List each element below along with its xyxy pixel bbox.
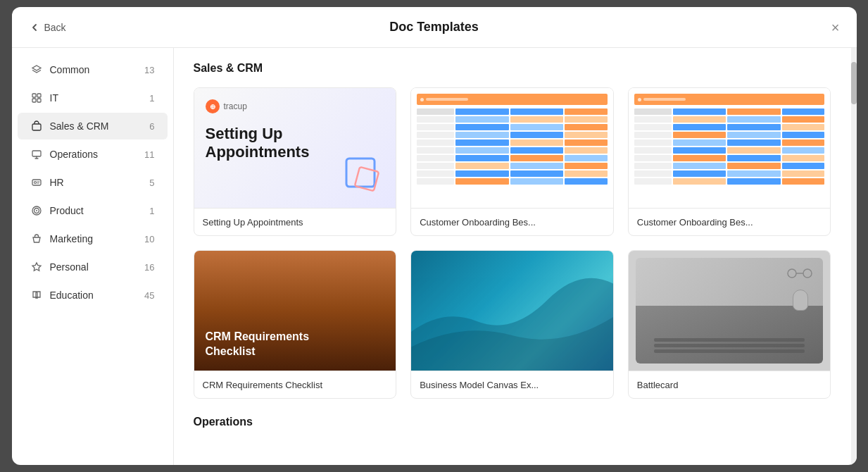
template-info-battlecard: Battlecard: [629, 371, 831, 398]
sidebar-item-it-label: IT: [50, 92, 143, 104]
template-thumb-onboarding-1: [411, 88, 613, 208]
sidebar-item-education-count: 45: [144, 290, 154, 301]
sidebar-item-operations[interactable]: Operations 11: [18, 141, 168, 168]
sidebar-item-operations-count: 11: [144, 149, 154, 160]
template-thumb-battlecard: [629, 251, 831, 371]
close-button[interactable]: ×: [831, 20, 840, 35]
briefcase-icon: [30, 120, 43, 132]
bag-icon: [30, 232, 43, 245]
sidebar-item-personal-label: Personal: [50, 261, 138, 273]
template-card-crm[interactable]: CRM RequirementsChecklist CRM Requiremen…: [194, 250, 397, 399]
tracup-logo-icon: ⊕: [206, 99, 220, 113]
template-card-onboarding-1[interactable]: Customer Onboarding Bes...: [410, 87, 614, 236]
template-info-appointments: Setting Up Appointments: [194, 208, 396, 235]
sidebar-item-sales-crm[interactable]: Sales & CRM 6: [18, 113, 168, 139]
svg-point-7: [34, 182, 36, 184]
grid-icon: [30, 92, 43, 104]
sidebar-item-hr[interactable]: HR 5: [18, 169, 168, 196]
svg-rect-11: [346, 159, 375, 187]
appt-title: Setting UpAppointments: [206, 125, 310, 162]
template-thumb-crm: CRM RequirementsChecklist: [194, 251, 396, 371]
template-info-business-model: Business Model Canvas Ex...: [411, 371, 613, 398]
sidebar-item-it-count: 1: [149, 93, 154, 104]
sidebar-item-sales-crm-count: 6: [149, 121, 154, 132]
template-info-onboarding-2: Customer Onboarding Bes...: [629, 208, 831, 235]
sidebar-item-personal[interactable]: Personal 16: [18, 254, 168, 280]
template-name-crm: CRM Requirements Checklist: [203, 380, 323, 390]
tracup-logo: ⊕ tracup: [206, 99, 247, 113]
next-section-title: Operations: [194, 416, 831, 438]
sidebar-item-sales-crm-label: Sales & CRM: [50, 120, 143, 132]
appt-graphic: [339, 151, 389, 201]
scrollbar-thumb[interactable]: [851, 62, 857, 104]
svg-rect-5: [32, 151, 41, 156]
sidebar-item-product-count: 1: [149, 206, 154, 216]
target-icon: [30, 204, 43, 217]
template-thumb-business-model: [411, 251, 613, 371]
sidebar-item-hr-count: 5: [149, 178, 154, 188]
monitor-icon: [30, 148, 43, 161]
sidebar-item-marketing-label: Marketing: [50, 233, 138, 244]
modal-title: Doc Templates: [389, 20, 479, 35]
crm-title: CRM RequirementsChecklist: [206, 330, 310, 359]
sidebar-item-common-label: Common: [50, 64, 138, 75]
template-card-appointments[interactable]: ⊕ tracup Setting UpAppointments Setti: [194, 87, 397, 236]
sidebar: Common 13 IT 1: [12, 48, 174, 465]
sidebar-item-it[interactable]: IT 1: [18, 85, 168, 111]
template-name-appointments: Setting Up Appointments: [203, 217, 303, 228]
template-name-onboarding-2: Customer Onboarding Bes...: [637, 217, 753, 228]
sidebar-item-common-count: 13: [144, 65, 154, 75]
svg-point-14: [803, 269, 812, 278]
sidebar-item-personal-count: 16: [144, 262, 154, 273]
sidebar-item-hr-label: HR: [50, 177, 143, 188]
sidebar-item-common[interactable]: Common 13: [18, 56, 168, 83]
back-label: Back: [44, 22, 66, 33]
template-thumb-appointments: ⊕ tracup Setting UpAppointments: [194, 88, 396, 208]
modal-header: Back Doc Templates ×: [12, 7, 857, 48]
layers-icon: [30, 63, 43, 76]
content-area: Sales & CRM ⊕ tracup Setting UpAppointme…: [174, 48, 851, 465]
template-card-business-model[interactable]: Business Model Canvas Ex...: [410, 250, 614, 399]
sidebar-item-product-label: Product: [50, 205, 143, 216]
section-title: Sales & CRM: [194, 62, 831, 75]
template-info-crm: CRM Requirements Checklist: [194, 371, 396, 398]
template-grid: ⊕ tracup Setting UpAppointments Setti: [194, 87, 831, 399]
svg-point-10: [36, 210, 37, 211]
book-icon: [30, 289, 43, 302]
sidebar-item-marketing-count: 10: [144, 234, 154, 244]
modal-body: Common 13 IT 1: [12, 48, 857, 465]
svg-rect-2: [32, 99, 36, 102]
svg-rect-3: [37, 99, 41, 102]
scrollbar-track[interactable]: [851, 48, 857, 465]
sidebar-item-product[interactable]: Product 1: [18, 197, 168, 224]
sidebar-item-education[interactable]: Education 45: [18, 282, 168, 309]
template-name-business-model: Business Model Canvas Ex...: [420, 380, 539, 390]
star-icon: [30, 261, 43, 273]
template-info-onboarding-1: Customer Onboarding Bes...: [411, 208, 613, 235]
svg-rect-4: [32, 124, 41, 130]
template-card-onboarding-2[interactable]: Customer Onboarding Bes...: [628, 87, 831, 236]
back-icon: [29, 22, 40, 33]
tracup-logo-text: tracup: [224, 101, 247, 111]
back-button[interactable]: Back: [29, 22, 66, 33]
template-card-battlecard[interactable]: Battlecard: [628, 250, 831, 399]
template-name-onboarding-1: Customer Onboarding Bes...: [420, 217, 536, 228]
svg-rect-1: [37, 94, 41, 97]
id-card-icon: [30, 176, 43, 189]
doc-templates-modal: Back Doc Templates × Common 13: [12, 7, 857, 465]
template-name-battlecard: Battlecard: [637, 380, 679, 390]
sidebar-item-operations-label: Operations: [50, 149, 138, 160]
sidebar-item-education-label: Education: [50, 290, 138, 301]
svg-point-13: [788, 269, 796, 278]
sidebar-item-marketing[interactable]: Marketing 10: [18, 225, 168, 252]
template-thumb-onboarding-2: [629, 88, 831, 208]
svg-rect-0: [32, 94, 36, 97]
